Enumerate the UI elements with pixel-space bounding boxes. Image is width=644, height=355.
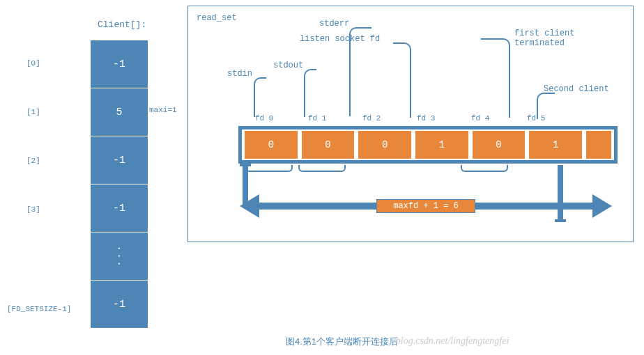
maxfd-arrow: maxfd + 1 = 6 (244, 194, 608, 215)
client-index-3: [3] (26, 205, 40, 214)
arrow-right-head-icon (592, 194, 612, 218)
connector (349, 27, 371, 116)
ann-stdout: stdout (273, 61, 303, 70)
read-set-title: read_set (197, 13, 237, 23)
cap (555, 219, 566, 222)
fd-cell-extra (586, 131, 611, 159)
maxfd-label: maxfd + 1 = 6 (376, 199, 475, 213)
fd-label-1: fd 1 (308, 114, 326, 123)
fd-cell-2: 0 (358, 131, 411, 159)
fd-cell-0: 0 (245, 131, 298, 159)
figure-caption: 图4.第1个客户端断开连接后 (286, 336, 398, 348)
fd-array: 0 0 0 1 0 1 (238, 126, 618, 164)
fd-cell-1: 0 (302, 131, 355, 159)
watermark-text: //blog.csdn.net/lingfengtengfei (390, 336, 509, 347)
maxi-label: maxi=1 (149, 106, 177, 114)
client-cell-0: -1 (91, 40, 148, 88)
connector (304, 69, 316, 117)
client-cell-2: -1 (91, 136, 148, 184)
client-index-0: [0] (26, 59, 40, 68)
client-array-column: -1 5 -1 -1 ●●● -1 (91, 40, 148, 329)
client-cell-last: -1 (91, 281, 148, 329)
read-set-panel: read_set stdin stdout stderr listen sock… (187, 6, 634, 242)
fd-label-3: fd 3 (417, 114, 435, 123)
client-cell-dots: ●●● (91, 232, 148, 281)
fd-label-4: fd 4 (471, 114, 489, 123)
client-array-title: Client[]: (98, 19, 146, 30)
client-cell-3: -1 (91, 184, 148, 232)
ann-stderr: stderr (319, 19, 349, 29)
ann-stdin: stdin (227, 69, 252, 79)
ann-first-client: first client terminated (514, 29, 574, 48)
client-cell-1: 5 (91, 88, 148, 136)
brace (298, 165, 346, 172)
fd-label-5: fd 5 (527, 114, 545, 123)
fd-label-0: fd 0 (255, 114, 273, 123)
fd-cell-4: 0 (473, 131, 526, 159)
connector (481, 38, 510, 118)
cap (240, 164, 251, 166)
fd-cell-3: 1 (415, 131, 468, 159)
fd-label-2: fd 2 (362, 114, 381, 123)
connector (393, 42, 411, 118)
brace (245, 165, 293, 172)
client-index-2: [2] (26, 157, 40, 165)
fd-cell-5: 1 (529, 131, 582, 159)
client-index-1: [1] (26, 108, 40, 116)
connector (254, 77, 266, 117)
client-index-last: [FD_SETSIZE-1] (7, 305, 71, 313)
brace (461, 165, 508, 172)
